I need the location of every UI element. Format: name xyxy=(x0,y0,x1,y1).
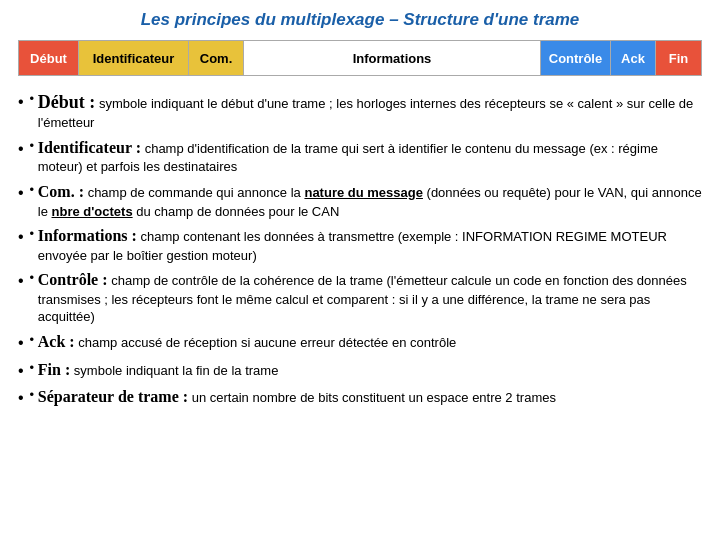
list-item: • Début : symbole indiquant le début d'u… xyxy=(18,90,702,132)
trame-cell-controle: Contrôle xyxy=(541,41,611,75)
list-item: • Fin : symbole indiquant la fin de la t… xyxy=(18,359,702,382)
bullet-icon: • xyxy=(30,359,38,377)
bullet-icon: • xyxy=(30,181,38,199)
list-item: • Contrôle : champ de contrôle de la coh… xyxy=(18,269,702,326)
bullet-icon: • xyxy=(30,331,38,349)
list-item: • Ack : champ accusé de réception si auc… xyxy=(18,331,702,354)
term: Informations : xyxy=(38,227,137,244)
list-item-content: Informations : champ contenant les donné… xyxy=(38,225,702,264)
bullet-icon: • xyxy=(30,137,38,155)
term: Ack : xyxy=(38,333,75,350)
bullet-icon: • xyxy=(30,225,38,243)
list-item-content: Fin : symbole indiquant la fin de la tra… xyxy=(38,359,279,381)
term: Séparateur de trame : xyxy=(38,388,188,405)
trame-cell-com: Com. xyxy=(189,41,244,75)
list-item: • Séparateur de trame : un certain nombr… xyxy=(18,386,702,409)
list-item-content: Identificateur : champ d'identification … xyxy=(38,137,702,176)
list-item-content: Com. : champ de commande qui annonce la … xyxy=(38,181,702,220)
term: Début : xyxy=(38,92,96,112)
page-title: Les principes du multiplexage – Structur… xyxy=(18,10,702,30)
trame-cell-fin: Fin xyxy=(656,41,701,75)
bullet-icon: • xyxy=(30,269,38,287)
list-item: • Informations : champ contenant les don… xyxy=(18,225,702,264)
trame-cell-debut: Début xyxy=(19,41,79,75)
trame-diagram: Début Identificateur Com. Informations C… xyxy=(18,40,702,76)
bullet-icon: • xyxy=(30,90,38,108)
list-item: • Identificateur : champ d'identificatio… xyxy=(18,137,702,176)
list-item: • Com. : champ de commande qui annonce l… xyxy=(18,181,702,220)
trame-cell-info: Informations xyxy=(244,41,541,75)
list-item-content: Début : symbole indiquant le début d'une… xyxy=(38,90,702,132)
term: Fin : xyxy=(38,361,70,378)
term: Identificateur : xyxy=(38,139,141,156)
content-list: • Début : symbole indiquant le début d'u… xyxy=(18,90,702,409)
list-item-content: Contrôle : champ de contrôle de la cohér… xyxy=(38,269,702,326)
bullet-icon: • xyxy=(30,386,38,404)
list-item-content: Ack : champ accusé de réception si aucun… xyxy=(38,331,456,353)
trame-cell-ack: Ack xyxy=(611,41,656,75)
term: Contrôle : xyxy=(38,271,108,288)
term: Com. : xyxy=(38,183,84,200)
list-item-content: Séparateur de trame : un certain nombre … xyxy=(38,386,556,408)
trame-cell-id: Identificateur xyxy=(79,41,189,75)
